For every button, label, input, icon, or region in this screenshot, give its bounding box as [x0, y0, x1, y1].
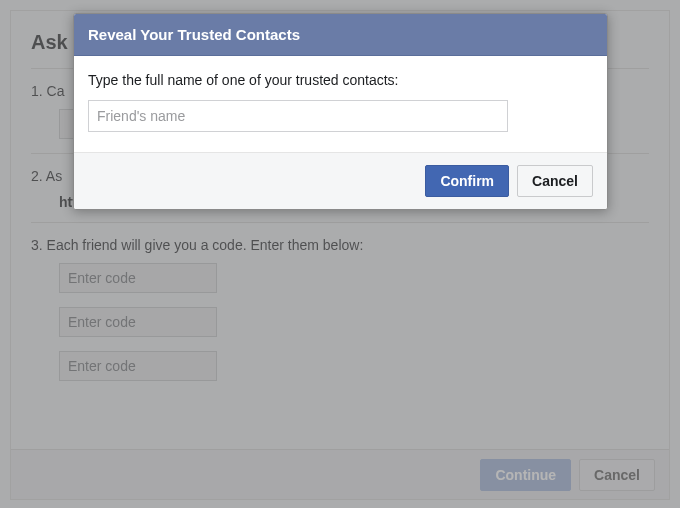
modal-prompt: Type the full name of one of your truste…: [88, 72, 593, 88]
reveal-contacts-modal: Reveal Your Trusted Contacts Type the fu…: [73, 13, 608, 210]
modal-footer: Confirm Cancel: [74, 152, 607, 209]
modal-cancel-button[interactable]: Cancel: [517, 165, 593, 197]
modal-body: Type the full name of one of your truste…: [74, 56, 607, 152]
modal-title: Reveal Your Trusted Contacts: [74, 14, 607, 56]
friend-name-input[interactable]: [88, 100, 508, 132]
confirm-button[interactable]: Confirm: [425, 165, 509, 197]
